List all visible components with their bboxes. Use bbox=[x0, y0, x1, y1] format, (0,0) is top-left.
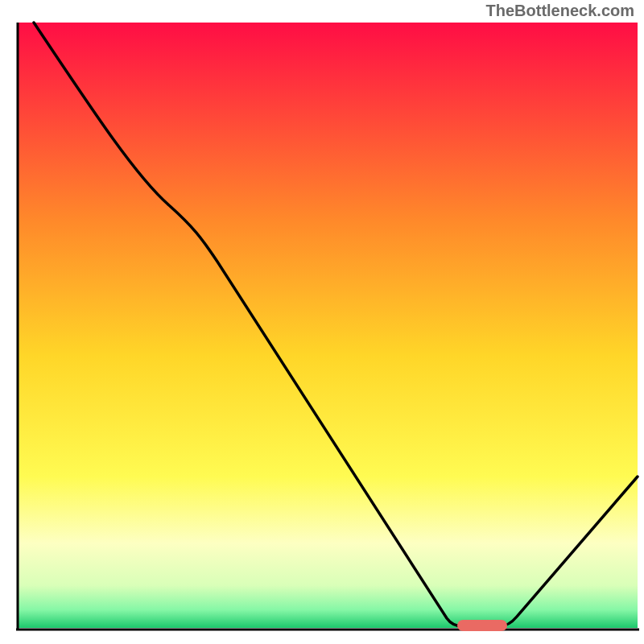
chart-svg bbox=[0, 0, 644, 644]
chart-container: TheBottleneck.com bbox=[0, 0, 644, 644]
plot-background bbox=[18, 23, 638, 628]
optimal-marker bbox=[457, 620, 507, 631]
watermark-text: TheBottleneck.com bbox=[486, 2, 634, 20]
